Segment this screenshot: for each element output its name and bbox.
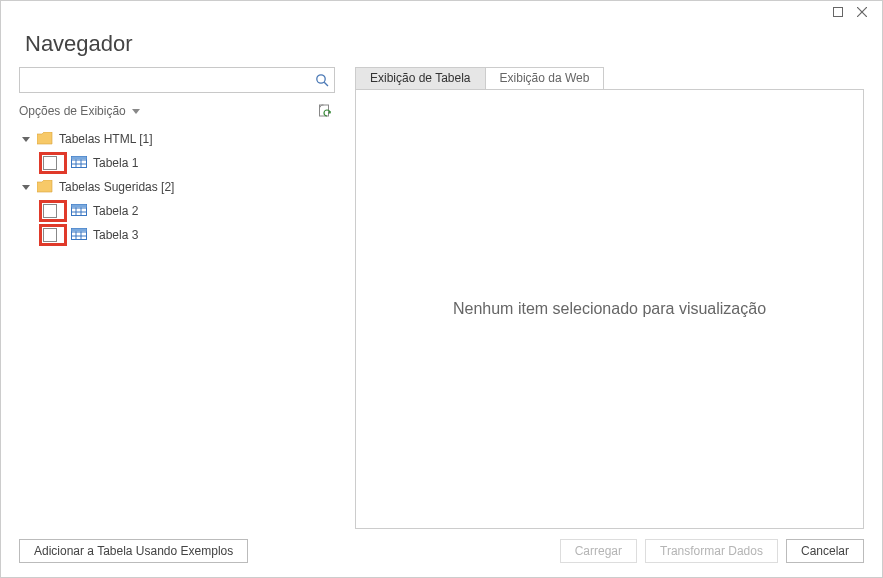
search-row bbox=[19, 67, 335, 93]
add-table-using-examples-button[interactable]: Adicionar a Tabela Usando Exemplos bbox=[19, 539, 248, 563]
svg-point-3 bbox=[317, 75, 325, 83]
checkbox-tabela2[interactable] bbox=[43, 204, 57, 218]
tree-item-label: Tabela 3 bbox=[93, 228, 138, 242]
checkbox-tabela1[interactable] bbox=[43, 156, 57, 170]
checkbox-tabela3[interactable] bbox=[43, 228, 57, 242]
highlight-box bbox=[39, 152, 67, 174]
chevron-down-icon bbox=[132, 109, 140, 114]
transform-data-button[interactable]: Transformar Dados bbox=[645, 539, 778, 563]
highlight-box bbox=[39, 200, 67, 222]
page-title: Navegador bbox=[25, 31, 858, 57]
tree-group-label: Tabelas Sugeridas [2] bbox=[59, 180, 174, 194]
tree-item-label: Tabela 1 bbox=[93, 156, 138, 170]
table-icon bbox=[71, 228, 87, 242]
svg-rect-0 bbox=[834, 8, 843, 17]
display-options-label: Opções de Exibição bbox=[19, 104, 126, 118]
expander-icon[interactable] bbox=[21, 137, 31, 142]
tree-group-html-tables[interactable]: Tabelas HTML [1] bbox=[19, 127, 335, 151]
table-icon bbox=[71, 204, 87, 218]
titlebar bbox=[1, 1, 882, 21]
search-icon[interactable] bbox=[310, 73, 334, 87]
expander-icon[interactable] bbox=[21, 185, 31, 190]
svg-rect-17 bbox=[72, 205, 87, 208]
folder-icon bbox=[37, 132, 53, 146]
cancel-button[interactable]: Cancelar bbox=[786, 539, 864, 563]
tree-item-tabela3[interactable]: Tabela 3 bbox=[19, 223, 335, 247]
table-icon bbox=[71, 156, 87, 170]
svg-rect-23 bbox=[72, 229, 87, 232]
close-button[interactable] bbox=[852, 4, 872, 20]
highlight-box bbox=[39, 224, 67, 246]
refresh-button[interactable] bbox=[317, 103, 333, 119]
preview-tabs: Exibição de Tabela Exibição da Web bbox=[355, 67, 864, 90]
tree: Tabelas HTML [1] Tabela 1 bbox=[19, 127, 335, 247]
tree-group-label: Tabelas HTML [1] bbox=[59, 132, 153, 146]
tree-item-tabela1[interactable]: Tabela 1 bbox=[19, 151, 335, 175]
tree-item-tabela2[interactable]: Tabela 2 bbox=[19, 199, 335, 223]
display-options-dropdown[interactable]: Opções de Exibição bbox=[19, 104, 140, 118]
right-pane: Exibição de Tabela Exibição da Web Nenhu… bbox=[355, 67, 864, 529]
footer: Adicionar a Tabela Usando Exemplos Carre… bbox=[1, 529, 882, 577]
preview-area: Nenhum item selecionado para visualizaçã… bbox=[355, 90, 864, 529]
search-input[interactable] bbox=[20, 70, 310, 90]
svg-rect-11 bbox=[72, 157, 87, 160]
left-pane: Opções de Exibição Tabelas HTML [1] bbox=[19, 67, 335, 529]
preview-empty-message: Nenhum item selecionado para visualizaçã… bbox=[453, 300, 766, 318]
svg-line-4 bbox=[324, 82, 328, 86]
navigator-dialog: Navegador Opções de Exibição bbox=[0, 0, 883, 578]
header: Navegador bbox=[1, 21, 882, 63]
tab-table-view[interactable]: Exibição de Tabela bbox=[355, 67, 486, 89]
maximize-button[interactable] bbox=[828, 4, 848, 20]
folder-icon bbox=[37, 180, 53, 194]
load-button[interactable]: Carregar bbox=[560, 539, 637, 563]
tree-group-suggested-tables[interactable]: Tabelas Sugeridas [2] bbox=[19, 175, 335, 199]
tree-item-label: Tabela 2 bbox=[93, 204, 138, 218]
tab-web-view[interactable]: Exibição da Web bbox=[485, 67, 605, 89]
